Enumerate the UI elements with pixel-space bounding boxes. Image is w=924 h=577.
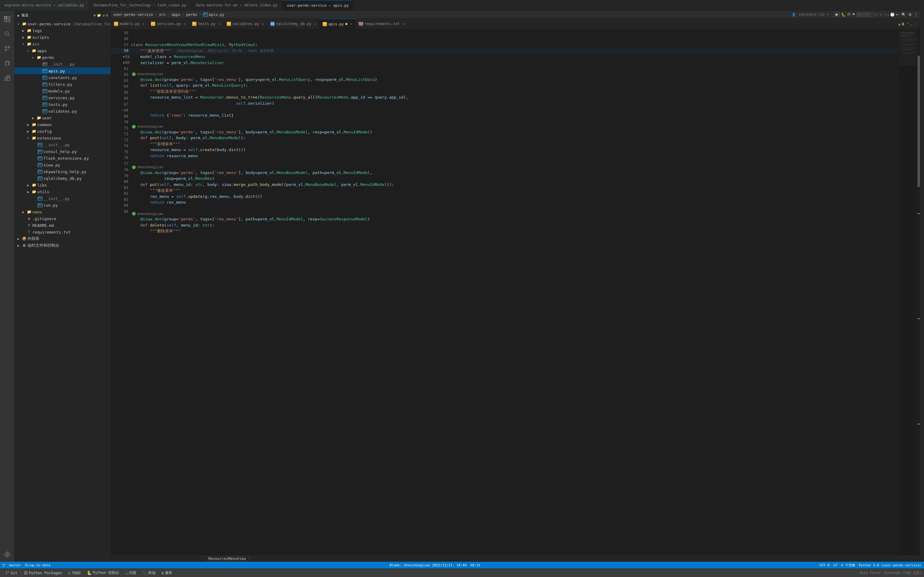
tree-item-user[interactable]: ▶ 📁 user: [15, 114, 111, 121]
git-revert[interactable]: ↩: [896, 12, 899, 17]
tree-item-validates[interactable]: ▶ PY validates.py: [15, 108, 111, 114]
line-ending-info[interactable]: LF: [833, 563, 837, 567]
more-tabs-btn[interactable]: ⋮: [914, 22, 918, 26]
git-history[interactable]: 🕐: [890, 12, 895, 17]
scroll-thumb[interactable]: [918, 56, 920, 187]
position-info[interactable]: 58:15: [470, 563, 480, 567]
problems-tab[interactable]: ⚠ 问题: [122, 569, 139, 577]
breadcrumb-apps[interactable]: apps: [171, 13, 180, 17]
blame-info[interactable]: Blame: Shenzhongjian 2022/11/17, 18:44: [389, 563, 467, 567]
close-services[interactable]: ✕: [184, 22, 186, 26]
settings-btn[interactable]: ⚙: [908, 13, 912, 17]
git-pull[interactable]: ↓: [887, 12, 889, 17]
tree-item-services[interactable]: ▶ PY services.py: [15, 94, 111, 101]
indentation-info[interactable]: 4 个空格: [841, 563, 855, 567]
scrollbar-right[interactable]: [917, 29, 920, 555]
python-console-tab[interactable]: 🐍 Python 控制台: [84, 569, 123, 577]
collapse-tabs-btn[interactable]: ⌃: [906, 22, 909, 26]
tree-item-external-libs[interactable]: ▶ 📦 外部库: [15, 235, 111, 242]
close-models[interactable]: ✕: [142, 22, 145, 26]
sidebar-new-folder-btn[interactable]: 📁: [97, 13, 102, 18]
sidebar-new-file-btn[interactable]: ⊕: [94, 13, 95, 18]
tree-item-libs[interactable]: ▶ 📁 libs: [15, 182, 111, 189]
breadcrumb-perms[interactable]: perms: [186, 13, 197, 17]
sidebar-refresh-btn[interactable]: ↺: [103, 13, 105, 18]
tree-item-src[interactable]: ▾ 📁 src: [15, 40, 111, 47]
debug-btn[interactable]: 🐛: [841, 12, 846, 17]
code-editor[interactable]: 55 56 57 58 ●: [111, 29, 920, 555]
encoding-info[interactable]: UTF-8: [819, 563, 830, 567]
file-tab-apis[interactable]: PY apis.py ✕: [320, 19, 356, 29]
tree-item-utils[interactable]: ▶ 📁 utils: [15, 189, 111, 195]
window-tab-1[interactable]: express-micro-service – validates.py: [0, 0, 89, 10]
code-lines[interactable]: class ResourcesMenuView(MethodViewMixin,…: [131, 29, 898, 555]
tree-item-apps[interactable]: ▾ 📁 apps: [15, 47, 111, 54]
sidebar-collapse-btn[interactable]: ⊟: [106, 13, 108, 18]
file-tab-validates[interactable]: PY validates.py ✕: [224, 19, 267, 29]
tree-item-venv[interactable]: ▶ 📁 venv: [15, 208, 111, 215]
breadcrumb-src[interactable]: src: [159, 13, 166, 17]
window-tab-3[interactable]: data-machine-for-wh – delete_video.py: [191, 0, 282, 10]
activity-git[interactable]: [0, 41, 15, 56]
tree-item-config[interactable]: ▶ 📁 config: [15, 128, 111, 135]
language-info[interactable]: Python 3.8 (user-perms-service): [859, 563, 922, 567]
tree-item-sqlalchemy[interactable]: ▶ PY sqlalchemy_db.py: [15, 175, 111, 182]
more-btn[interactable]: ⋮: [914, 13, 918, 17]
tree-item-ext-init[interactable]: ▶ PY __init__.py: [15, 141, 111, 148]
tree-item-flask-ext[interactable]: ▶ PY flask_extensions.py: [15, 155, 111, 161]
tree-item-utils-init[interactable]: ▶ PY __init__.py: [15, 195, 111, 202]
tree-item-gitignore[interactable]: ▶ ⚙ .gitignore: [15, 215, 111, 222]
file-tab-models[interactable]: PY models.py ✕: [111, 19, 148, 29]
tree-item-models[interactable]: ▶ PY models.py: [15, 88, 111, 94]
activity-search[interactable]: [0, 27, 15, 41]
window-tab-2[interactable]: datamachine_for_technology – task_views.…: [89, 0, 191, 10]
tree-item-tests[interactable]: ▶ PY tests.py: [15, 101, 111, 108]
terminal-tab[interactable]: ⬛ 终端: [139, 569, 158, 577]
todo-tab[interactable]: ☑ TODO: [65, 569, 84, 577]
tree-item-constants[interactable]: ▶ PY constants.py: [15, 74, 111, 81]
tree-item-requirements[interactable]: ▶ T requirements.txt: [15, 229, 111, 235]
activity-debug[interactable]: [0, 56, 15, 71]
file-tab-tests[interactable]: PY tests.py ✕: [189, 19, 224, 29]
python-packages-tab[interactable]: Python Packages: [21, 569, 65, 577]
tree-item-readme[interactable]: ▶ M README.md: [15, 222, 111, 229]
resource-menu-view-tag[interactable]: ResourcesMenuView: [206, 556, 249, 561]
tree-item-filters[interactable]: ▶ PY filters.py: [15, 81, 111, 88]
tree-item-scripts[interactable]: ▶ 📁 scripts: [15, 34, 111, 40]
run-btn[interactable]: ▶: [834, 12, 840, 17]
git-branch-status[interactable]: master: [2, 563, 21, 567]
tree-item-root[interactable]: ▾ 📁 user-perms-service [datamachine_for_…: [15, 21, 111, 27]
tree-item-perms[interactable]: ▾ 📁 perms: [15, 54, 111, 61]
tree-item-temp[interactable]: ▶ 🖥 临时文件和控制台: [15, 242, 111, 249]
constants-selector[interactable]: constants (1) ▾: [798, 13, 829, 16]
cover-btn[interactable]: ☂: [852, 12, 855, 17]
activity-settings[interactable]: [4, 547, 11, 562]
tree-item-extensions[interactable]: ▾ 📁 extensions: [15, 135, 111, 141]
tree-item-init[interactable]: ▶ PY __init__.py: [15, 61, 111, 68]
tree-item-logs[interactable]: ▶ 📁 logs: [15, 27, 111, 34]
git-check2[interactable]: ✓: [879, 12, 883, 17]
file-tab-requirements[interactable]: TXT requirements.txt ✕: [356, 19, 408, 29]
git-push[interactable]: ↑: [884, 12, 886, 17]
tree-item-common[interactable]: ▶ 📁 common: [15, 121, 111, 128]
close-tests[interactable]: ✕: [218, 22, 221, 26]
file-tab-sqlalchemy[interactable]: DB sqlalchemy_db.py ✕: [267, 19, 320, 29]
window-tab-4[interactable]: user-perms-service – apis.py: [282, 0, 354, 10]
tree-item-run[interactable]: ▶ PY run.py: [15, 202, 111, 208]
tree-item-consul[interactable]: ▶ PY consul_help.py: [15, 148, 111, 155]
close-requirements[interactable]: ✕: [403, 22, 405, 26]
breadcrumb-file[interactable]: PY apis.py: [203, 13, 225, 17]
tree-item-siwa[interactable]: ▶ PY siwa.py: [15, 161, 111, 168]
close-sqlalchemy[interactable]: ✕: [314, 22, 316, 26]
warnings-badge[interactable]: ▲: [898, 22, 901, 26]
profile-btn[interactable]: ⏱: [847, 12, 851, 17]
close-validates[interactable]: ✕: [262, 22, 264, 26]
search-btn[interactable]: 🔍: [901, 13, 906, 17]
activity-explorer[interactable]: [0, 12, 15, 27]
git-sync-status[interactable]: ⓪/up-to-date: [25, 563, 50, 567]
git-tab[interactable]: Git: [2, 569, 21, 577]
close-apis[interactable]: ✕: [350, 22, 352, 26]
services-tab[interactable]: ⚙ 服务: [158, 569, 175, 577]
file-tab-services[interactable]: PY services.py ✕: [148, 19, 189, 29]
tree-item-apis[interactable]: ▶ PY apis.py: [15, 68, 111, 74]
